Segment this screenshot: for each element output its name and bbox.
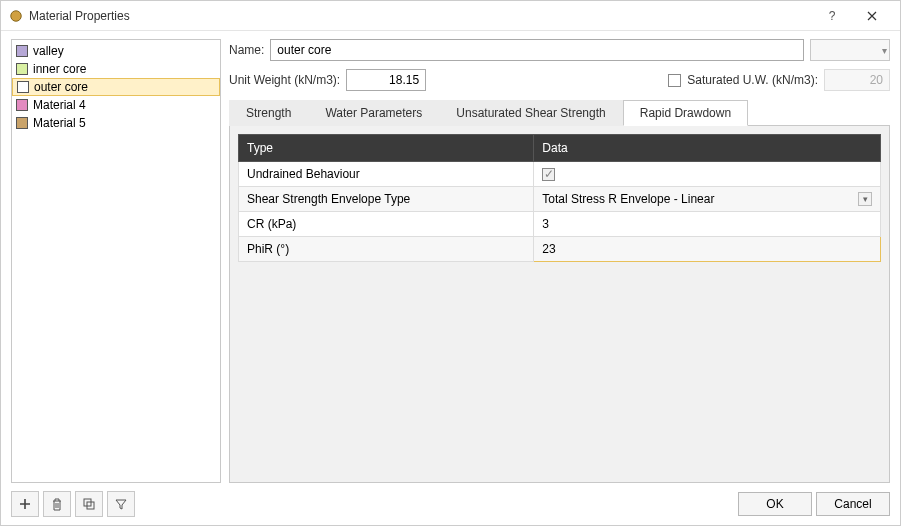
tab-unsaturated-shear-strength[interactable]: Unsaturated Shear Strength: [439, 100, 622, 126]
grid-header-data[interactable]: Data: [534, 135, 881, 162]
help-button[interactable]: ?: [812, 2, 852, 30]
material-item[interactable]: Material 4: [12, 96, 220, 114]
material-item[interactable]: inner core: [12, 60, 220, 78]
saturated-label: Saturated U.W. (kN/m3):: [687, 73, 818, 87]
tab-rapid-drawdown[interactable]: Rapid Drawdown: [623, 100, 748, 126]
copy-button[interactable]: [75, 491, 103, 517]
unit-weight-row: Unit Weight (kN/m3): Saturated U.W. (kN/…: [229, 69, 890, 91]
material-item[interactable]: valley: [12, 42, 220, 60]
grid-row: Shear Strength Envelope TypeTotal Stress…: [239, 187, 881, 212]
grid-cell-type[interactable]: Shear Strength Envelope Type: [239, 187, 534, 212]
tab-strength[interactable]: Strength: [229, 100, 308, 126]
name-row: Name: ▾: [229, 39, 890, 61]
plus-icon: [19, 498, 31, 510]
name-label: Name:: [229, 43, 264, 57]
add-button[interactable]: [11, 491, 39, 517]
trash-icon: [51, 498, 63, 511]
material-swatch: [16, 99, 28, 111]
name-input[interactable]: [270, 39, 804, 61]
material-label: Material 5: [33, 116, 86, 130]
grid-cell-data[interactable]: ✓: [534, 162, 881, 187]
tab-pane-rapid-drawdown: Type Data Undrained Behaviour✓Shear Stre…: [229, 126, 890, 483]
cancel-button[interactable]: Cancel: [816, 492, 890, 516]
material-swatch: [16, 45, 28, 57]
filter-icon: [115, 498, 127, 510]
ok-button[interactable]: OK: [738, 492, 812, 516]
material-swatch: [16, 117, 28, 129]
material-list-panel: valleyinner coreouter coreMaterial 4Mate…: [11, 39, 221, 483]
titlebar: Material Properties ?: [1, 1, 900, 31]
main-panel: Name: ▾ Unit Weight (kN/m3): Saturated U…: [229, 39, 890, 483]
app-icon: [9, 9, 23, 23]
dialog-window: Material Properties ? valleyinner coreou…: [0, 0, 901, 526]
check-icon[interactable]: ✓: [542, 168, 555, 181]
copy-icon: [83, 498, 95, 510]
material-label: outer core: [34, 80, 88, 94]
grid-row: PhiR (°)23: [239, 237, 881, 262]
grid-cell-data[interactable]: 23: [534, 237, 881, 262]
saturated-input: [824, 69, 890, 91]
grid-cell-data[interactable]: 3: [534, 212, 881, 237]
grid-row: Undrained Behaviour✓: [239, 162, 881, 187]
unit-weight-label: Unit Weight (kN/m3):: [229, 73, 340, 87]
chevron-down-icon: ▾: [858, 192, 872, 206]
dialog-body: valleyinner coreouter coreMaterial 4Mate…: [1, 31, 900, 483]
material-swatch: [16, 63, 28, 75]
tab-water-parameters[interactable]: Water Parameters: [308, 100, 439, 126]
delete-button[interactable]: [43, 491, 71, 517]
chevron-down-icon: ▾: [882, 45, 887, 56]
material-label: inner core: [33, 62, 86, 76]
grid-cell-data[interactable]: Total Stress R Envelope - Linear▾: [534, 187, 881, 212]
close-icon: [867, 11, 877, 21]
svg-point-0: [11, 10, 22, 21]
material-item[interactable]: Material 5: [12, 114, 220, 132]
unit-weight-input[interactable]: [346, 69, 426, 91]
material-label: valley: [33, 44, 64, 58]
dialog-footer: OK Cancel: [1, 483, 900, 525]
grid-cell-type[interactable]: PhiR (°): [239, 237, 534, 262]
material-label: Material 4: [33, 98, 86, 112]
material-swatch: [17, 81, 29, 93]
hatch-dropdown[interactable]: ▾: [810, 39, 890, 61]
grid-cell-type[interactable]: Undrained Behaviour: [239, 162, 534, 187]
grid-cell-type[interactable]: CR (kPa): [239, 212, 534, 237]
filter-button[interactable]: [107, 491, 135, 517]
saturated-checkbox[interactable]: [668, 74, 681, 87]
material-item[interactable]: outer core: [12, 78, 220, 96]
window-title: Material Properties: [29, 9, 812, 23]
grid-dropdown-value: Total Stress R Envelope - Linear: [542, 192, 714, 206]
tab-bar: StrengthWater ParametersUnsaturated Shea…: [229, 99, 890, 126]
grid-dropdown[interactable]: Total Stress R Envelope - Linear▾: [542, 192, 872, 206]
close-button[interactable]: [852, 2, 892, 30]
grid-row: CR (kPa)3: [239, 212, 881, 237]
material-list[interactable]: valleyinner coreouter coreMaterial 4Mate…: [12, 40, 220, 482]
properties-grid: Type Data Undrained Behaviour✓Shear Stre…: [238, 134, 881, 262]
grid-header-type[interactable]: Type: [239, 135, 534, 162]
